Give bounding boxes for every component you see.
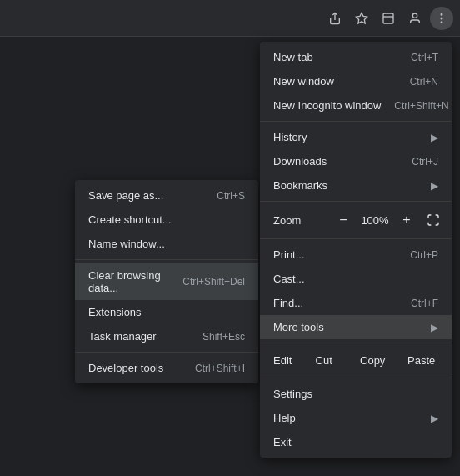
menu-icon[interactable] — [430, 7, 453, 30]
new-window-item[interactable]: New window Ctrl+N — [260, 69, 452, 93]
more-tools-menu: Save page as... Ctrl+S Create shortcut..… — [75, 180, 258, 383]
new-incognito-item[interactable]: New Incognito window Ctrl+Shift+N — [260, 93, 452, 118]
browser-toolbar — [0, 0, 460, 37]
svg-point-3 — [441, 18, 442, 18]
developer-tools-item[interactable]: Developer tools Ctrl+Shift+I — [75, 356, 258, 380]
separator-5 — [260, 378, 452, 378]
save-page-item[interactable]: Save page as... Ctrl+S — [75, 183, 258, 208]
separator-2 — [260, 201, 452, 202]
browser-content: New tab Ctrl+T New window Ctrl+N New Inc… — [0, 37, 460, 476]
settings-item[interactable]: Settings — [260, 382, 452, 406]
profile-icon[interactable] — [403, 7, 427, 30]
name-window-item[interactable]: Name window... — [75, 232, 258, 256]
cast-item[interactable]: Cast... — [260, 267, 452, 291]
zoom-value: 100% — [358, 214, 392, 227]
paste-button[interactable]: Paste — [398, 350, 445, 371]
zoom-in-button[interactable]: + — [395, 208, 418, 232]
svg-point-2 — [441, 13, 442, 14]
help-item[interactable]: Help ▶ — [260, 406, 452, 430]
print-item[interactable]: Print... Ctrl+P — [260, 243, 452, 267]
separator-4 — [260, 343, 452, 343]
more-tools-item[interactable]: More tools ▶ — [260, 315, 452, 339]
separator-1 — [260, 121, 452, 122]
zoom-out-button[interactable]: − — [332, 208, 355, 232]
zoom-row: Zoom − 100% + — [260, 205, 452, 235]
bookmarks-item[interactable]: Bookmarks ▶ — [260, 173, 452, 198]
svg-rect-1 — [383, 13, 393, 23]
edit-row: Edit Cut Copy Paste — [260, 347, 452, 374]
svg-marker-0 — [356, 13, 367, 23]
history-item[interactable]: History ▶ — [260, 125, 452, 149]
star-icon[interactable] — [350, 7, 373, 30]
clear-browsing-item[interactable]: Clear browsing data... Ctrl+Shift+Del — [75, 263, 258, 300]
fullscreen-button[interactable] — [422, 208, 445, 232]
share-icon[interactable] — [323, 7, 347, 30]
extensions-item[interactable]: Extensions — [75, 300, 258, 324]
create-shortcut-item[interactable]: Create shortcut... — [75, 208, 258, 232]
find-item[interactable]: Find... Ctrl+F — [260, 291, 452, 315]
more-tools-separator-2 — [75, 352, 258, 353]
exit-item[interactable]: Exit — [260, 430, 452, 454]
tab-icon[interactable] — [377, 7, 400, 30]
chrome-menu: New tab Ctrl+T New window Ctrl+N New Inc… — [260, 42, 452, 458]
svg-point-4 — [441, 22, 442, 23]
cut-button[interactable]: Cut — [300, 350, 348, 371]
new-tab-item[interactable]: New tab Ctrl+T — [260, 45, 452, 69]
copy-button[interactable]: Copy — [349, 350, 397, 371]
task-manager-item[interactable]: Task manager Shift+Esc — [75, 324, 258, 348]
downloads-item[interactable]: Downloads Ctrl+J — [260, 149, 452, 173]
separator-3 — [260, 238, 452, 239]
more-tools-separator-1 — [75, 259, 258, 260]
